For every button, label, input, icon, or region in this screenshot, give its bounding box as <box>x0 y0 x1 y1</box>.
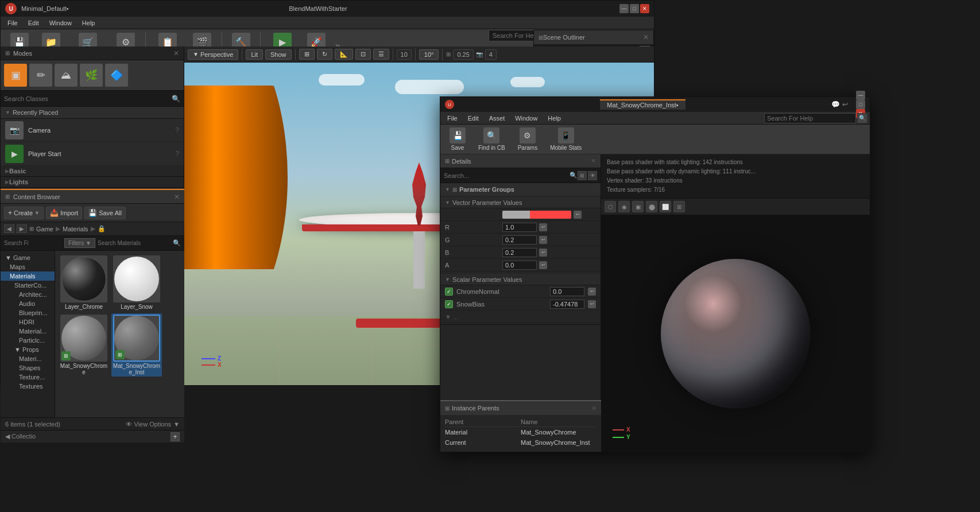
pg-b-input[interactable] <box>502 248 537 257</box>
pg-g-input[interactable] <box>502 235 537 245</box>
vp-tool3[interactable]: 📐 <box>335 49 353 60</box>
pg-snow-bias-checkbox[interactable]: ✓ <box>445 300 453 308</box>
search-classes-input[interactable] <box>4 95 172 102</box>
me-tb-mobile-stats-btn[interactable]: 📱 Mobile Stats <box>545 125 586 153</box>
placed-item-player-start[interactable]: ▶ Player Start ? <box>1 142 184 166</box>
cb-import-btn[interactable]: 📥 Import <box>46 207 82 219</box>
mode-paint-btn[interactable]: ✏ <box>29 64 52 87</box>
cb-tree-audio[interactable]: Audio <box>1 299 55 308</box>
cb-path-materials[interactable]: Materials <box>63 226 88 232</box>
cb-tree-architect[interactable]: Architec... <box>1 290 55 299</box>
vp-angle-btn[interactable]: 10° <box>419 49 439 60</box>
cb-search-icon[interactable]: 🔍 <box>173 239 181 247</box>
vp-show-btn[interactable]: Show <box>265 49 292 60</box>
lights-section-header[interactable]: ▶ Lights <box>1 177 184 188</box>
mode-foliage-btn[interactable]: 🌿 <box>80 64 103 87</box>
preview-icon-btn2[interactable]: ◉ <box>618 201 630 212</box>
me-menu-file[interactable]: File <box>443 114 462 123</box>
preview-icon-btn5[interactable]: ⬜ <box>660 201 671 212</box>
preview-icon-btn3[interactable]: ▣ <box>632 201 644 212</box>
main-maximize-btn[interactable]: □ <box>630 4 639 13</box>
so-close-btn[interactable]: ✕ <box>643 33 649 41</box>
vp-val2[interactable]: 4 <box>485 49 497 60</box>
camera-help-btn[interactable]: ? <box>175 126 179 134</box>
cb-tree-game[interactable]: ▼ Game <box>1 253 55 262</box>
me-minimize-btn[interactable]: — <box>856 91 865 100</box>
me-menu-asset[interactable]: Asset <box>485 114 510 123</box>
cb-filters-btn[interactable]: Filters ▼ <box>64 238 95 248</box>
vp-perspective-toggle[interactable]: ▼ Perspective <box>188 49 238 60</box>
details-grid-btn[interactable]: ⊞ <box>578 171 587 180</box>
cb-forward-btn[interactable]: ▶ <box>17 224 27 233</box>
vp-tool2[interactable]: ↻ <box>317 49 332 60</box>
asset-mat-snowy-chrome[interactable]: ⊞ Mat_SnowyChrome <box>59 313 109 377</box>
menu-window[interactable]: Window <box>45 18 76 28</box>
main-close-btn[interactable]: ✕ <box>640 4 649 13</box>
me-search-help-input[interactable] <box>764 113 856 123</box>
me-menu-help[interactable]: Help <box>543 114 565 123</box>
asset-mat-snowy-chrome-inst[interactable]: ⊞ Mat_SnowyChrome_Inst <box>111 313 162 377</box>
me-title-icon1[interactable]: 💬 <box>831 100 840 108</box>
cb-tree-startercont[interactable]: StarterCo... <box>1 281 55 290</box>
cb-tree-texture2[interactable]: Texture... <box>1 373 55 382</box>
cb-view-options-btn[interactable]: 👁 View Options ▼ <box>126 421 180 428</box>
vp-tool5[interactable]: ☰ <box>373 49 389 60</box>
cb-close-btn[interactable]: ✕ <box>174 193 180 201</box>
pg-color-reset-btn[interactable]: ↩ <box>574 211 582 219</box>
main-minimize-btn[interactable]: — <box>619 4 629 13</box>
cb-tree-toggle[interactable]: ⊞ <box>29 226 34 232</box>
cb-search-fi-input[interactable] <box>4 240 62 246</box>
search-classes-icon[interactable]: 🔍 <box>172 95 180 103</box>
menu-edit[interactable]: Edit <box>24 18 44 28</box>
cb-tree-hdri[interactable]: HDRI <box>1 317 55 327</box>
cb-tree-textures[interactable]: Textures <box>1 382 55 391</box>
menu-help[interactable]: Help <box>78 18 100 28</box>
cb-back-btn[interactable]: ◀ <box>4 224 14 233</box>
preview-icon-btn1[interactable]: ⬡ <box>605 201 616 212</box>
vp-lit-btn[interactable]: Lit <box>246 49 263 60</box>
cb-tree-material2[interactable]: Material... <box>1 327 55 336</box>
pg-vector-header[interactable]: ▼ Vector Parameter Values <box>440 197 601 208</box>
pg-params-header[interactable]: ▼ ⊞ Parameter Groups <box>440 183 601 196</box>
mode-geometry-btn[interactable]: 🔷 <box>105 64 128 87</box>
preview-icon-btn6[interactable]: ⊞ <box>673 201 685 212</box>
collections-add-btn[interactable]: + <box>171 432 180 441</box>
mode-landscape-btn[interactable]: ⛰ <box>55 64 78 87</box>
vp-val1[interactable]: 0.25 <box>453 49 473 60</box>
cb-tree-shapes[interactable]: Shapes <box>1 363 55 373</box>
cb-search-materials-input[interactable] <box>98 240 171 246</box>
pg-g-reset-btn[interactable]: ↩ <box>539 236 547 244</box>
modes-panel-close-btn[interactable]: ✕ <box>173 49 179 57</box>
pg-b-reset-btn[interactable]: ↩ <box>539 249 547 257</box>
recently-placed-header[interactable]: ▼ Recently Placed <box>1 107 184 119</box>
details-eye-btn[interactable]: 👁 <box>588 171 597 180</box>
pg-a-reset-btn[interactable]: ↩ <box>539 261 547 269</box>
me-tb-params-btn[interactable]: ⚙ Params <box>513 125 542 153</box>
pg-chrome-normal-checkbox[interactable]: ✓ <box>445 288 453 296</box>
me-menu-edit[interactable]: Edit <box>463 114 483 123</box>
me-title-icon2[interactable]: ↩ <box>842 100 848 108</box>
cb-path-game[interactable]: Game <box>36 226 53 232</box>
cb-tree-particles[interactable]: Particlc... <box>1 336 55 345</box>
asset-layer-chrome[interactable]: Layer_Chrome <box>59 254 109 311</box>
pg-a-input[interactable] <box>502 261 537 270</box>
cb-create-btn[interactable]: + Create ▼ <box>4 207 44 219</box>
ip-row-current[interactable]: Current Mat_SnowyChrome_Inst <box>445 437 596 448</box>
cb-path-lock[interactable]: 🔒 <box>98 225 106 232</box>
vp-fov-value[interactable]: 10 <box>397 49 412 60</box>
cb-tree-materi[interactable]: Materi... <box>1 354 55 363</box>
details-search-input[interactable] <box>444 172 570 179</box>
cb-tree-props[interactable]: ▼ Props <box>1 345 55 354</box>
placed-item-camera[interactable]: 📷 Camera ? <box>1 119 184 142</box>
pg-snow-bias-reset[interactable]: ↩ <box>588 300 596 308</box>
vp-tool4[interactable]: ⊡ <box>355 49 371 60</box>
mode-place-btn[interactable]: ▣ <box>4 64 27 87</box>
asset-layer-snow[interactable]: Layer_Snow <box>111 254 162 311</box>
me-menu-window[interactable]: Window <box>510 114 542 123</box>
pg-chrome-normal-reset[interactable]: ↩ <box>588 288 596 296</box>
pg-chrome-normal-input[interactable] <box>550 287 584 296</box>
me-maximize-btn[interactable]: □ <box>856 100 865 109</box>
pg-color-bar[interactable] <box>502 211 571 219</box>
cb-tree-materials[interactable]: Materials <box>1 271 55 281</box>
me-tb-find-cb-btn[interactable]: 🔍 Find in CB <box>474 125 510 153</box>
